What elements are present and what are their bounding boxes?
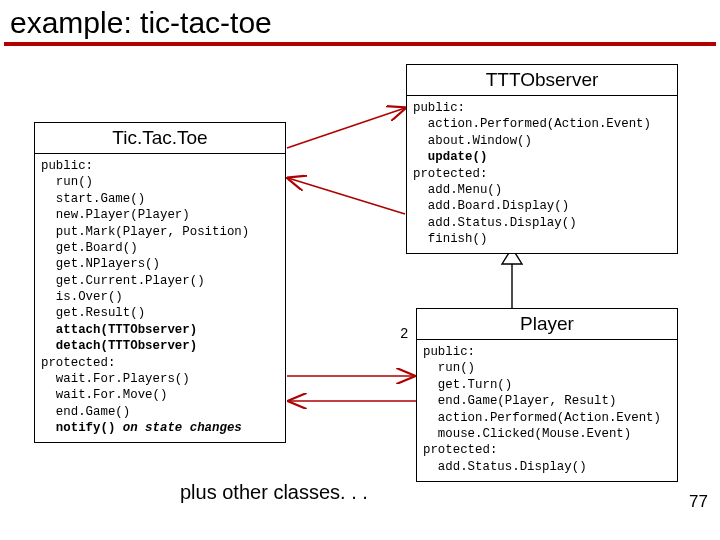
svg-line-0 bbox=[287, 108, 405, 148]
class-player-name: Player bbox=[417, 309, 677, 340]
diagram-canvas: Tic.Tac.Toe public: run() start.Game() n… bbox=[0, 46, 720, 518]
class-player: Player public: run() get.Turn() end.Game… bbox=[416, 308, 678, 482]
class-tictactoe-body: public: run() start.Game() new.Player(Pl… bbox=[35, 154, 285, 442]
class-tttobserver-body: public: action.Performed(Action.Event) a… bbox=[407, 96, 677, 253]
footer-caption: plus other classes. . . bbox=[180, 481, 368, 504]
class-tttobserver-name: TTTObserver bbox=[407, 65, 677, 96]
multiplicity-label: 2 bbox=[400, 326, 408, 342]
slide-title: example: tic-tac-toe bbox=[0, 0, 720, 42]
class-tictactoe-name: Tic.Tac.Toe bbox=[35, 123, 285, 154]
class-tictactoe: Tic.Tac.Toe public: run() start.Game() n… bbox=[34, 122, 286, 443]
class-tttobserver: TTTObserver public: action.Performed(Act… bbox=[406, 64, 678, 254]
class-player-body: public: run() get.Turn() end.Game(Player… bbox=[417, 340, 677, 481]
page-number: 77 bbox=[689, 492, 708, 512]
svg-line-1 bbox=[288, 178, 405, 214]
